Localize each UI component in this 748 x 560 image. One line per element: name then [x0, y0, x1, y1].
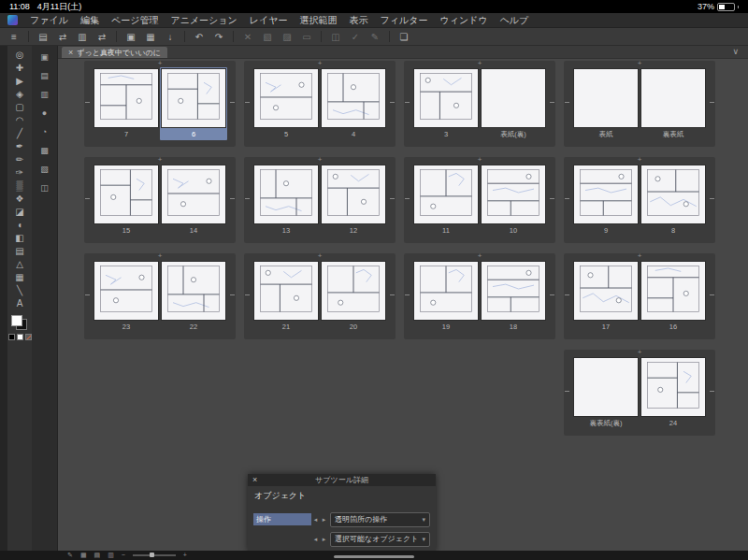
figure-tool[interactable]: △: [10, 258, 29, 271]
panel-row-label[interactable]: 操作: [253, 513, 311, 525]
brush-size-palette[interactable]: ●: [36, 107, 53, 119]
page-thumbnail[interactable]: 21: [252, 260, 320, 333]
brush-tool[interactable]: ✑: [10, 166, 29, 179]
correct-line-button[interactable]: ✓: [347, 30, 364, 44]
change-page-order-button[interactable]: ⇄: [54, 30, 71, 44]
page-thumbnail[interactable]: 13: [252, 164, 320, 237]
page-thumbnail[interactable]: 18: [480, 260, 547, 333]
page-thumbnail[interactable]: 4: [320, 67, 387, 140]
selection-tool[interactable]: ▢: [10, 101, 29, 114]
subtool-palette[interactable]: ▤: [36, 69, 53, 81]
tool-property-palette[interactable]: ▥: [36, 88, 53, 100]
ruler-tool[interactable]: ╲: [10, 284, 29, 297]
zoom-slider-knob[interactable]: [150, 553, 154, 557]
list-view-button[interactable]: ▥: [108, 551, 114, 560]
thumbnail-grid-button[interactable]: ▦: [80, 551, 87, 560]
undo-button[interactable]: ↶: [191, 30, 208, 44]
panel-row-label[interactable]: [253, 533, 311, 545]
clip-studio-logo-icon[interactable]: [7, 15, 18, 25]
color-wheel-palette[interactable]: ◔: [36, 125, 53, 137]
eyedropper-tool[interactable]: ╱: [10, 127, 29, 140]
option-dropdown[interactable]: 透明箇所の操作▾: [330, 512, 430, 527]
page-thumbnail[interactable]: 8: [640, 164, 707, 237]
redo-button[interactable]: ↷: [210, 30, 227, 44]
page-thumbnail[interactable]: 5: [252, 67, 320, 140]
page-thumbnail[interactable]: 裏表紙(裏): [572, 356, 640, 429]
page-thumbnail[interactable]: 22: [160, 260, 227, 333]
deselect-button[interactable]: ▧: [259, 30, 276, 44]
prev-option-button[interactable]: ◂: [311, 534, 320, 544]
move-tool[interactable]: ✚: [10, 62, 29, 75]
eraser-tool[interactable]: ◪: [10, 206, 29, 219]
gradient-tool[interactable]: ▤: [10, 245, 29, 258]
home-indicator[interactable]: [334, 555, 414, 558]
airbrush-tool[interactable]: ▒: [10, 179, 29, 193]
panel-title-bar[interactable]: × サブツール詳細: [248, 474, 436, 486]
layer-palette[interactable]: ▧: [36, 163, 53, 175]
page-thumbnail[interactable]: 24: [640, 356, 707, 429]
page-thumbnail[interactable]: 7: [93, 67, 160, 140]
color-set-palette[interactable]: ▩: [36, 144, 53, 156]
white-color-chip[interactable]: [17, 334, 23, 340]
reverse-binding-button[interactable]: ⇄: [94, 30, 110, 44]
text-tool[interactable]: A: [10, 297, 29, 310]
object-tool[interactable]: ▶: [10, 75, 29, 88]
page-thumbnail[interactable]: 15: [93, 164, 160, 237]
page-thumbnail[interactable]: 16: [640, 260, 707, 333]
navigator-palette[interactable]: ◫: [36, 181, 53, 194]
quick-access-palette[interactable]: ▣: [36, 50, 53, 63]
page-thumbnail[interactable]: 9: [572, 164, 640, 237]
black-color-chip[interactable]: [8, 334, 15, 340]
menu-item[interactable]: フィルター: [381, 14, 428, 27]
invert-selection-button[interactable]: ▨: [279, 30, 295, 44]
page-thumbnail[interactable]: 10: [480, 164, 547, 237]
single-page-view-button[interactable]: ▥: [74, 30, 91, 44]
menu-item[interactable]: ファイル: [30, 14, 68, 27]
page-thumbnail[interactable]: 表紙(裏): [480, 67, 547, 140]
lasso-tool[interactable]: ◠: [10, 114, 29, 127]
zoom-in-button[interactable]: +: [183, 551, 187, 560]
option-dropdown[interactable]: 選択可能なオブジェクト▾: [330, 532, 430, 547]
main-menu-button[interactable]: ≡: [6, 30, 22, 44]
crop-button[interactable]: ▭: [298, 30, 315, 44]
edit-page-button[interactable]: ✎: [67, 551, 73, 560]
next-option-button[interactable]: ▸: [320, 534, 328, 544]
fill-tool[interactable]: ◧: [10, 232, 29, 245]
page-thumbnail[interactable]: 3: [412, 67, 480, 140]
frame-border-tool[interactable]: ▦: [10, 271, 29, 284]
page-thumbnail[interactable]: 裏表紙: [640, 67, 707, 140]
pencil-tool[interactable]: ✏: [10, 153, 29, 166]
document-tab[interactable]: × ずっと真夜中でいいのに: [62, 47, 167, 58]
snap-to-ruler-button[interactable]: ◫: [327, 30, 344, 44]
menu-item[interactable]: 編集: [80, 14, 99, 27]
page-thumbnail[interactable]: 6: [160, 67, 227, 140]
import-page-button[interactable]: ▦: [142, 30, 159, 44]
next-option-button[interactable]: ▸: [320, 514, 328, 524]
zoom-out-button[interactable]: −: [122, 551, 125, 560]
page-thumbnail[interactable]: 20: [320, 260, 387, 333]
menu-item[interactable]: レイヤー: [250, 14, 288, 27]
two-up-view-button[interactable]: ▤: [94, 551, 101, 560]
new-page-button[interactable]: ▣: [122, 30, 139, 44]
menu-item[interactable]: 表示: [350, 14, 368, 27]
page-thumbnail[interactable]: 12: [320, 164, 387, 237]
transparent-color-chip[interactable]: [25, 334, 32, 340]
material-palette-button[interactable]: ❏: [396, 30, 412, 44]
clear-button[interactable]: ✕: [239, 30, 256, 44]
export-page-button[interactable]: ↓: [162, 30, 179, 44]
menu-item[interactable]: ウィンドウ: [439, 14, 487, 27]
zoom-tool[interactable]: ◎: [10, 49, 29, 62]
page-thumbnail[interactable]: 23: [93, 260, 160, 333]
page-thumbnail[interactable]: 17: [572, 260, 640, 333]
prev-option-button[interactable]: ◂: [311, 514, 320, 524]
blend-tool[interactable]: ◖: [10, 219, 29, 232]
menu-item[interactable]: 選択範囲: [300, 14, 338, 27]
menu-item[interactable]: ヘルプ: [500, 14, 529, 27]
color-swatches[interactable]: [11, 315, 28, 330]
layer-select-tool[interactable]: ◈: [10, 88, 29, 101]
page-thumbnail[interactable]: 表紙: [572, 67, 640, 140]
pen-tool[interactable]: ✒: [10, 140, 29, 153]
zoom-slider[interactable]: [133, 554, 176, 556]
page-thumbnail[interactable]: 19: [412, 260, 480, 333]
chevron-down-icon[interactable]: ∨: [732, 47, 739, 56]
